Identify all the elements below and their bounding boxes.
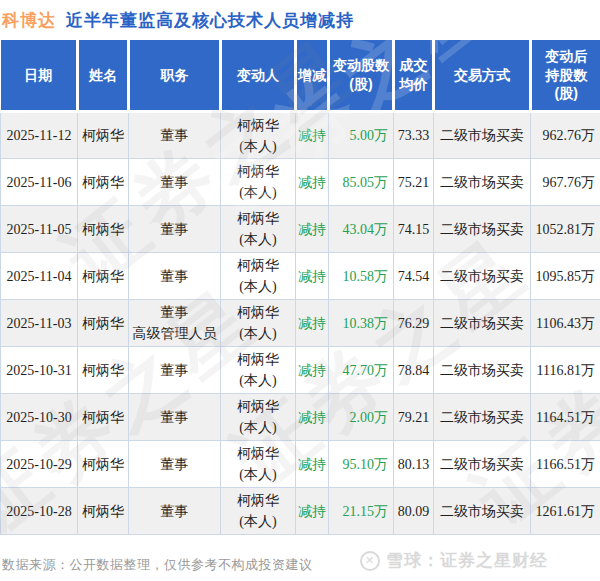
table-cell: 柯炳华 bbox=[78, 300, 129, 347]
table-cell: 减持 bbox=[296, 347, 329, 394]
table-cell: 柯炳华 bbox=[78, 488, 129, 535]
table-cell: 1261.61万 bbox=[531, 488, 600, 535]
table-body: 2025-11-12柯炳华董事柯炳华 (本人)减持5.00万73.33二级市场买… bbox=[1, 112, 600, 535]
table-cell: 柯炳华 bbox=[78, 206, 129, 253]
table-cell: 2025-10-28 bbox=[1, 488, 78, 535]
table-cell: 1052.81万 bbox=[531, 206, 600, 253]
brand-watermark: ✕ 雪球：证券之星财经 bbox=[360, 549, 548, 572]
table-cell: 柯炳华 (本人) bbox=[221, 300, 296, 347]
table-cell: 2025-10-29 bbox=[1, 441, 78, 488]
stock-name: 科博达 bbox=[2, 11, 56, 30]
table-cell: 减持 bbox=[296, 112, 329, 159]
table-cell: 柯炳华 (本人) bbox=[221, 159, 296, 206]
source-note: 数据来源：公开数据整理，仅供参考不构成投资建议 bbox=[2, 556, 313, 574]
table-cell: 董事 bbox=[129, 253, 221, 300]
table-cell: 75.21 bbox=[394, 159, 434, 206]
table-cell: 董事 高级管理人员 bbox=[129, 300, 221, 347]
table-header-row: 日期姓名职务变动人增减变动股数 (股)成交 均价交易方式变动后 持股数 (股) bbox=[1, 40, 600, 112]
table-cell: 74.54 bbox=[394, 253, 434, 300]
table-cell: 减持 bbox=[296, 488, 329, 535]
table-cell: 二级市场买卖 bbox=[434, 206, 531, 253]
table-cell: 2025-10-31 bbox=[1, 347, 78, 394]
table-cell: 1166.51万 bbox=[531, 441, 600, 488]
table-cell: 962.76万 bbox=[531, 112, 600, 159]
table-cell: 1164.51万 bbox=[531, 394, 600, 441]
column-header-3: 变动人 bbox=[221, 40, 296, 112]
table-cell: 二级市场买卖 bbox=[434, 253, 531, 300]
table-cell: 二级市场买卖 bbox=[434, 300, 531, 347]
column-header-1: 姓名 bbox=[78, 40, 129, 112]
table-cell: 柯炳华 (本人) bbox=[221, 347, 296, 394]
table-cell: 减持 bbox=[296, 159, 329, 206]
table-cell: 80.13 bbox=[394, 441, 434, 488]
column-header-0: 日期 bbox=[1, 40, 78, 112]
table-cell: 1106.43万 bbox=[531, 300, 600, 347]
table-cell: 967.76万 bbox=[531, 159, 600, 206]
table-cell: 柯炳华 bbox=[78, 159, 129, 206]
table-cell: 2025-10-30 bbox=[1, 394, 78, 441]
column-header-7: 交易方式 bbox=[434, 40, 531, 112]
table-cell: 董事 bbox=[129, 112, 221, 159]
page-title: 科博达近半年董监高及核心技术人员增减持 bbox=[0, 0, 600, 40]
table-cell: 柯炳华 (本人) bbox=[221, 488, 296, 535]
column-header-4: 增减 bbox=[296, 40, 329, 112]
table-cell: 二级市场买卖 bbox=[434, 441, 531, 488]
table-cell: 董事 bbox=[129, 206, 221, 253]
table-row: 2025-11-04柯炳华董事柯炳华 (本人)减持10.58万74.54二级市场… bbox=[1, 253, 600, 300]
table-cell: 二级市场买卖 bbox=[434, 112, 531, 159]
table-cell: 二级市场买卖 bbox=[434, 488, 531, 535]
table-row: 2025-10-31柯炳华董事柯炳华 (本人)减持47.70万78.84二级市场… bbox=[1, 347, 600, 394]
table-cell: 79.21 bbox=[394, 394, 434, 441]
page: 科博达近半年董监高及核心技术人员增减持 日期姓名职务变动人增减变动股数 (股)成… bbox=[0, 0, 600, 581]
table-cell: 21.15万 bbox=[329, 488, 394, 535]
table-row: 2025-11-03柯炳华董事 高级管理人员柯炳华 (本人)减持10.38万76… bbox=[1, 300, 600, 347]
table-cell: 柯炳华 (本人) bbox=[221, 112, 296, 159]
table-cell: 董事 bbox=[129, 347, 221, 394]
table-cell: 柯炳华 (本人) bbox=[221, 253, 296, 300]
table-cell: 10.58万 bbox=[329, 253, 394, 300]
brand-text: 雪球：证券之星财经 bbox=[386, 549, 548, 572]
table-cell: 二级市场买卖 bbox=[434, 394, 531, 441]
table-row: 2025-11-06柯炳华董事柯炳华 (本人)减持85.05万75.21二级市场… bbox=[1, 159, 600, 206]
table-cell: 78.84 bbox=[394, 347, 434, 394]
table-cell: 5.00万 bbox=[329, 112, 394, 159]
table-cell: 2025-11-03 bbox=[1, 300, 78, 347]
table-cell: 柯炳华 bbox=[78, 253, 129, 300]
table-cell: 董事 bbox=[129, 159, 221, 206]
footer: 数据来源：公开数据整理，仅供参考不构成投资建议 ✕ 雪球：证券之星财经 bbox=[0, 542, 600, 581]
table-cell: 1116.81万 bbox=[531, 347, 600, 394]
table-cell: 85.05万 bbox=[329, 159, 394, 206]
table-cell: 2025-11-12 bbox=[1, 112, 78, 159]
table-cell: 柯炳华 (本人) bbox=[221, 206, 296, 253]
table-cell: 柯炳华 bbox=[78, 347, 129, 394]
table-cell: 76.29 bbox=[394, 300, 434, 347]
column-header-8: 变动后 持股数 (股) bbox=[531, 40, 600, 112]
table-cell: 10.38万 bbox=[329, 300, 394, 347]
table-cell: 2025-11-04 bbox=[1, 253, 78, 300]
table-cell: 柯炳华 (本人) bbox=[221, 441, 296, 488]
table-cell: 二级市场买卖 bbox=[434, 347, 531, 394]
table-row: 2025-10-30柯炳华董事柯炳华 (本人)减持2.00万79.21二级市场买… bbox=[1, 394, 600, 441]
table-cell: 董事 bbox=[129, 488, 221, 535]
report-title: 近半年董监高及核心技术人员增减持 bbox=[66, 11, 354, 30]
table-cell: 73.33 bbox=[394, 112, 434, 159]
table-row: 2025-11-05柯炳华董事柯炳华 (本人)减持43.04万74.15二级市场… bbox=[1, 206, 600, 253]
table-cell: 2025-11-05 bbox=[1, 206, 78, 253]
table-cell: 柯炳华 bbox=[78, 112, 129, 159]
table-header: 日期姓名职务变动人增减变动股数 (股)成交 均价交易方式变动后 持股数 (股) bbox=[1, 40, 600, 112]
table-cell: 80.09 bbox=[394, 488, 434, 535]
table-cell: 减持 bbox=[296, 253, 329, 300]
table-cell: 减持 bbox=[296, 441, 329, 488]
table-cell: 董事 bbox=[129, 394, 221, 441]
table-cell: 减持 bbox=[296, 300, 329, 347]
table-cell: 减持 bbox=[296, 206, 329, 253]
table-cell: 95.10万 bbox=[329, 441, 394, 488]
holdings-table: 日期姓名职务变动人增减变动股数 (股)成交 均价交易方式变动后 持股数 (股) … bbox=[0, 40, 600, 535]
table-cell: 74.15 bbox=[394, 206, 434, 253]
table-cell: 二级市场买卖 bbox=[434, 159, 531, 206]
table-cell: 1095.85万 bbox=[531, 253, 600, 300]
column-header-6: 成交 均价 bbox=[394, 40, 434, 112]
table-row: 2025-11-12柯炳华董事柯炳华 (本人)减持5.00万73.33二级市场买… bbox=[1, 112, 600, 159]
table-cell: 2.00万 bbox=[329, 394, 394, 441]
table-cell: 柯炳华 bbox=[78, 394, 129, 441]
